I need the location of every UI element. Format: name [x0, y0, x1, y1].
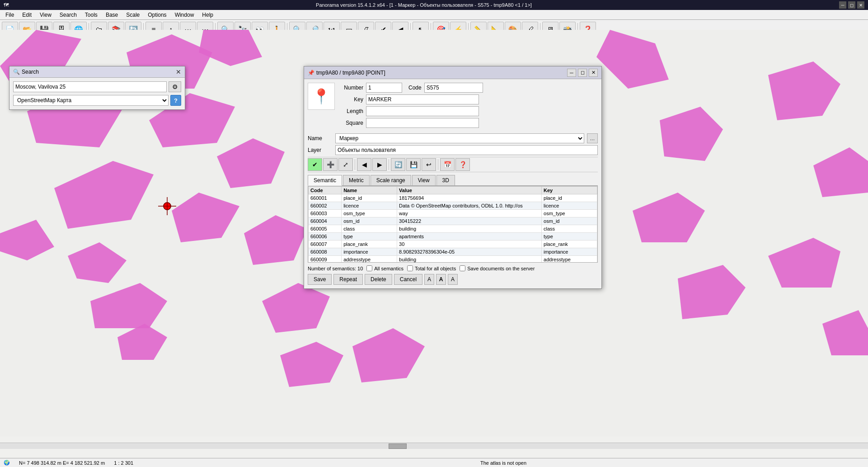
- menu-scale[interactable]: Scale: [122, 11, 143, 19]
- save-docs-checkbox[interactable]: [460, 265, 465, 271]
- cell-code: 660001: [309, 194, 342, 202]
- dialog-icon: 📌: [308, 70, 314, 76]
- layer-input[interactable]: [335, 145, 598, 155]
- search-go-btn[interactable]: ⚙: [169, 81, 181, 92]
- number-input[interactable]: [366, 83, 402, 93]
- name-select[interactable]: Маркер: [335, 133, 584, 143]
- action-refresh-btn[interactable]: 🔄: [391, 158, 405, 171]
- action-calendar-btn[interactable]: 📅: [440, 158, 455, 171]
- name-dots-btn[interactable]: …: [587, 133, 598, 143]
- table-row[interactable]: 660009addresstypebuildingaddresstype: [309, 256, 597, 263]
- save-btn[interactable]: Save: [308, 274, 332, 285]
- menu-edit[interactable]: Edit: [19, 11, 35, 19]
- action-sep-3: [438, 159, 438, 170]
- menu-search[interactable]: Search: [56, 11, 80, 19]
- search-panel-body: ⚙ OpenStreetMap Карта ?: [9, 78, 185, 109]
- action-fullscreen-btn[interactable]: ⤢: [338, 158, 353, 171]
- semantics-table: Code Name Value Key 660001place_id181756…: [308, 186, 597, 263]
- search-input[interactable]: [13, 81, 167, 92]
- tab-3d[interactable]: 3D: [436, 175, 455, 185]
- menu-view[interactable]: View: [36, 11, 55, 19]
- cell-value: way: [397, 210, 542, 217]
- dialog-close-btn[interactable]: ✕: [589, 69, 598, 77]
- total-label[interactable]: Total for all objects: [407, 265, 456, 271]
- dialog-action-bar: ✔ ➕ ⤢ ◀ ▶ 🔄 💾 ↩ 📅 ❓: [308, 157, 598, 172]
- horizontal-scrollbar[interactable]: [0, 443, 868, 449]
- cancel-btn[interactable]: Cancel: [394, 274, 422, 285]
- total-checkbox[interactable]: [407, 265, 413, 271]
- action-undo-btn[interactable]: ↩: [422, 158, 436, 171]
- table-row[interactable]: 660003osm_typewayosm_type: [309, 210, 597, 217]
- save-docs-text: Save documents on the server: [467, 266, 535, 271]
- table-row[interactable]: 660007place_rank30place_rank: [309, 241, 597, 248]
- number-label: Number: [338, 85, 363, 91]
- search-help-btn[interactable]: ?: [170, 95, 181, 106]
- menu-tools[interactable]: Tools: [81, 11, 101, 19]
- table-row[interactable]: 660006typeapartmentstype: [309, 233, 597, 241]
- cell-key: class: [542, 225, 597, 233]
- minimize-btn[interactable]: ─: [839, 1, 846, 9]
- search-panel-header: 🔍 Search ✕: [9, 66, 185, 78]
- table-row[interactable]: 660002licenceData © OpenStreetMap contri…: [309, 202, 597, 210]
- status-atlas: The atlas is not open: [142, 460, 864, 466]
- object-icon: 📍: [312, 88, 330, 105]
- action-add-btn[interactable]: ➕: [323, 158, 338, 171]
- action-help2-btn[interactable]: ❓: [455, 158, 470, 171]
- cell-name: licence: [342, 202, 397, 210]
- search-panel-close-btn[interactable]: ✕: [176, 68, 181, 75]
- all-semantics-checkbox[interactable]: [366, 265, 372, 271]
- cell-code: 660007: [309, 241, 342, 248]
- key-input[interactable]: [366, 94, 479, 104]
- menu-help[interactable]: Help: [198, 11, 217, 19]
- object-dialog: 📌 tmp9A80 / tmp9A80 [POINT] ─ ◻ ✕ 📍 Numb…: [304, 66, 602, 289]
- all-semantics-label[interactable]: All semantics: [366, 265, 404, 271]
- table-row[interactable]: 660008importance8.908293278396304e-05imp…: [309, 248, 597, 256]
- tab-view[interactable]: View: [412, 175, 436, 185]
- name-label: Name: [308, 135, 333, 142]
- length-input[interactable]: [366, 106, 479, 116]
- a-btn-3[interactable]: A: [448, 274, 458, 285]
- a-btn-2[interactable]: A: [436, 274, 446, 285]
- menu-options[interactable]: Options: [144, 11, 170, 19]
- action-prev-btn[interactable]: ◀: [357, 158, 371, 171]
- delete-btn[interactable]: Delete: [365, 274, 392, 285]
- dialog-restore-btn[interactable]: ◻: [578, 69, 587, 77]
- col-header-key: Key: [542, 187, 597, 194]
- tab-metric[interactable]: Metric: [343, 175, 370, 185]
- tab-scale-range[interactable]: Scale range: [371, 175, 411, 185]
- action-sep-2: [389, 159, 389, 170]
- search-provider-select[interactable]: OpenStreetMap Карта: [13, 95, 169, 106]
- cell-key: place_id: [542, 194, 597, 202]
- cell-name: class: [342, 225, 397, 233]
- square-input[interactable]: [366, 118, 479, 128]
- search-input-row: ⚙: [13, 81, 181, 92]
- a-btn-1[interactable]: A: [424, 274, 434, 285]
- save-docs-label[interactable]: Save documents on the server: [460, 265, 535, 271]
- cell-name: osm_type: [342, 210, 397, 217]
- tab-semantic[interactable]: Semantic: [308, 175, 342, 186]
- scroll-thumb[interactable]: [389, 443, 407, 449]
- menu-file[interactable]: File: [2, 11, 18, 19]
- statusbar: 🌍 N= 7 498 314.82 m E= 4 182 521.92 m 1 …: [0, 458, 868, 467]
- action-save2-btn[interactable]: 💾: [406, 158, 421, 171]
- repeat-btn[interactable]: Repeat: [333, 274, 363, 285]
- code-input[interactable]: [424, 83, 483, 93]
- close-btn[interactable]: ✕: [857, 1, 864, 9]
- dialog-minimize-btn[interactable]: ─: [567, 69, 576, 77]
- map-area[interactable]: 🔍 Search ✕ ⚙ OpenStreetMap Карта ? 📌 tmp…: [0, 30, 868, 458]
- cell-code: 660006: [309, 233, 342, 241]
- action-ok-btn[interactable]: ✔: [308, 158, 322, 171]
- table-row[interactable]: 660001place_id181756694place_id: [309, 194, 597, 202]
- square-row: Square: [338, 118, 598, 128]
- table-row[interactable]: 660005classbuildingclass: [309, 225, 597, 233]
- cell-name: osm_id: [342, 217, 397, 225]
- action-next-btn[interactable]: ▶: [372, 158, 387, 171]
- menu-window[interactable]: Window: [171, 11, 198, 19]
- name-row: Name Маркер …: [308, 133, 598, 143]
- cell-value: building: [397, 225, 542, 233]
- table-row[interactable]: 660004osm_id30415222osm_id: [309, 217, 597, 225]
- number-row: Number Code: [338, 83, 598, 93]
- menu-base[interactable]: Base: [102, 11, 122, 19]
- restore-btn[interactable]: ◻: [848, 1, 855, 9]
- semantics-table-wrapper[interactable]: Code Name Value Key 660001place_id181756…: [308, 186, 598, 263]
